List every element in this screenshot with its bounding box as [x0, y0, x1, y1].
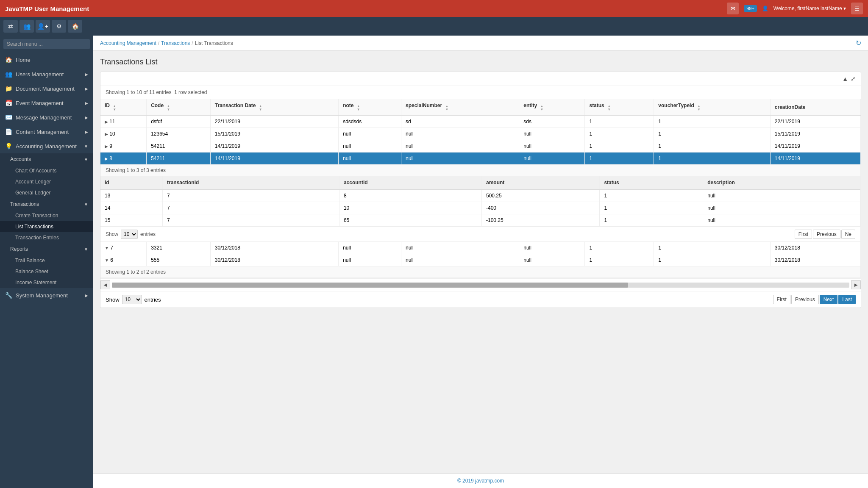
- sidebar-item-event-management[interactable]: 📅Event Management ▶: [0, 96, 93, 110]
- expand-btn-10[interactable]: ▶: [105, 132, 108, 136]
- top-nav-left: JavaTMP User Management: [5, 5, 89, 12]
- last-btn[interactable]: Last: [838, 295, 856, 304]
- chevron-down-icon3: ▼: [84, 202, 88, 207]
- sidebar-item-trail-balance[interactable]: Trail Balance: [0, 255, 93, 266]
- col-id: ID ▲▼: [100, 99, 147, 115]
- sub-table-row-8: Showing 1 to 3 of 3 entries id transacti…: [100, 165, 861, 242]
- chevron-down-icon: ▼: [84, 144, 88, 149]
- expand-btn-11[interactable]: ▶: [105, 119, 108, 124]
- expand-btn-7[interactable]: ▼: [105, 246, 109, 250]
- page-title: Transactions List: [100, 58, 861, 67]
- table-row: ▼ 6 555 30/12/2018 null null null 1 1 30…: [100, 254, 861, 266]
- wrench-icon: 🔧: [5, 292, 12, 299]
- sidebar-item-accounting-management[interactable]: 💡Accounting Management ▼: [0, 139, 93, 153]
- scroll-right-icon[interactable]: ►: [851, 280, 861, 289]
- table-row: ▶ 10 123654 15/11/2019 null null null 1 …: [100, 128, 861, 140]
- top-navbar: JavaTMP User Management ✉ 99+ 👤 Welcome,…: [0, 0, 868, 17]
- sub-table-row-6: Showing 1 to 2 of 2 entries: [100, 266, 861, 278]
- hamburger-button[interactable]: ☰: [851, 3, 863, 14]
- toolbar-settings-btn[interactable]: ⚙: [52, 20, 66, 33]
- breadcrumb-bar: Accounting Management / Transactions / L…: [93, 36, 868, 51]
- expand-btn-6[interactable]: ▼: [105, 258, 109, 263]
- footer: © 2019 javatmp.com: [93, 473, 868, 488]
- col-entity: entity ▲▼: [519, 99, 585, 115]
- expand-btn-9[interactable]: ▶: [105, 144, 108, 149]
- sidebar-item-balance-sheet[interactable]: Balance Sheet: [0, 266, 93, 277]
- chevron-down-icon4: ▼: [84, 247, 88, 252]
- sub-first-btn[interactable]: First: [795, 230, 812, 239]
- reports-submenu: Trail Balance Balance Sheet Income State…: [0, 255, 93, 288]
- sub-col-amount: amount: [482, 176, 600, 189]
- sub-show-row-8: Show 10 entries First Previous Ne: [100, 227, 860, 241]
- sidebar-item-content-management[interactable]: 📄Content Management ▶: [0, 125, 93, 139]
- expand-icon[interactable]: ⤢: [851, 75, 856, 82]
- next-btn[interactable]: Next: [820, 295, 838, 304]
- breadcrumb-current: List Transactions: [195, 40, 233, 46]
- sidebar-item-chart-of-accounts[interactable]: Chart Of Accounts: [0, 165, 93, 176]
- table-row: ▼ 7 3321 30/12/2018 null null null 1 1 3…: [100, 242, 861, 254]
- col-date: Transaction Date ▲▼: [210, 99, 338, 115]
- main-pagination: Show 102550100 entries First Previous Ne…: [100, 291, 861, 308]
- collapse-icon[interactable]: ▲: [842, 75, 848, 82]
- sub-header-row: id transactionId accountId amount status…: [100, 176, 860, 189]
- sidebar-item-reports[interactable]: Reports ▼: [0, 243, 93, 255]
- toolbar-home-btn[interactable]: ⇄: [3, 20, 18, 33]
- sub-col-status: status: [600, 176, 703, 189]
- table-card-header: ▲ ⤢: [100, 72, 861, 86]
- sub-col-transaction-id: transactionId: [163, 176, 339, 189]
- sidebar-item-create-transaction[interactable]: Create Transaction: [0, 210, 93, 221]
- top-nav-right: ✉ 99+ 👤 Welcome, firstName lastName ▾ ☰: [727, 3, 863, 14]
- chevron-right-icon5: ▶: [85, 130, 88, 134]
- sidebar-item-transaction-entries[interactable]: Transaction Entries: [0, 232, 93, 243]
- sub-col-account-id: accountId: [339, 176, 481, 189]
- table-header-row: ID ▲▼ Code ▲▼ Transaction Date ▲▼ note ▲…: [100, 99, 861, 115]
- breadcrumb-accounting[interactable]: Accounting Management: [100, 40, 156, 46]
- sidebar-item-message-management[interactable]: ✉️Message Management ▶: [0, 110, 93, 125]
- sidebar-item-account-ledger[interactable]: Account Ledger: [0, 176, 93, 187]
- sidebar-item-general-ledger[interactable]: General Ledger: [0, 187, 93, 198]
- refresh-icon[interactable]: ↻: [856, 39, 861, 47]
- sidebar-item-document-management[interactable]: 📁Document Management ▶: [0, 81, 93, 96]
- main-show-select[interactable]: 102550100: [122, 295, 142, 304]
- sub-pagination-8: First Previous Ne: [795, 230, 855, 239]
- toolbar: ⇄ 👥 👤+ ⚙ 🏠: [0, 17, 868, 36]
- breadcrumb-transactions[interactable]: Transactions: [161, 40, 190, 46]
- expand-btn-8[interactable]: ▶: [105, 156, 108, 161]
- user-greeting: Welcome, firstName lastName ▾: [773, 6, 846, 11]
- mail-button[interactable]: ✉: [727, 3, 739, 14]
- mail-badge: 99+: [744, 5, 757, 12]
- main-pagination-btns: First Previous Next Last: [773, 295, 856, 304]
- sub-table-row: 15765-100.251null: [100, 214, 860, 227]
- toolbar-add-user-btn[interactable]: 👤+: [36, 20, 50, 33]
- content-area: Accounting Management / Transactions / L…: [93, 36, 868, 488]
- sidebar-item-accounts[interactable]: Accounts ▼: [0, 153, 93, 165]
- sidebar-item-home[interactable]: 🏠Home: [0, 53, 93, 67]
- toolbar-dashboard-btn[interactable]: 🏠: [68, 20, 82, 33]
- sidebar-item-income-statement[interactable]: Income Statement: [0, 277, 93, 288]
- col-code: Code ▲▼: [147, 99, 211, 115]
- toolbar-users-btn[interactable]: 👥: [19, 20, 34, 33]
- scrollbar-row: ◄ ►: [100, 278, 861, 291]
- sidebar-item-users-management[interactable]: 👥Users Management ▶: [0, 67, 93, 81]
- sub-prev-btn[interactable]: Previous: [813, 230, 840, 239]
- scroll-left-icon[interactable]: ◄: [100, 280, 110, 289]
- calendar-icon: 📅: [5, 100, 12, 106]
- sub-show-select-8[interactable]: 10: [121, 230, 138, 239]
- table-row: ▶ 11 dsfdf 22/11/2019 sdsdsds sd sds 1 1…: [100, 115, 861, 128]
- sidebar-item-system-management[interactable]: 🔧System Management ▶: [0, 288, 93, 302]
- table-row: ▶ 9 54211 14/11/2019 null null null 1 1 …: [100, 140, 861, 152]
- transactions-table-card: ▲ ⤢ Showing 1 to 10 of 11 entries 1 row …: [100, 72, 861, 308]
- doc-icon: 📄: [5, 128, 12, 135]
- sidebar-item-transactions[interactable]: Transactions ▼: [0, 198, 93, 210]
- sub-col-id: id: [100, 176, 163, 189]
- sidebar: 🏠Home 👥Users Management ▶ 📁Document Mana…: [0, 36, 93, 488]
- search-input[interactable]: [3, 39, 90, 49]
- first-btn[interactable]: First: [773, 295, 790, 304]
- sidebar-item-list-transactions[interactable]: List Transactions: [0, 221, 93, 232]
- footer-text: © 2019 javatmp.com: [457, 478, 504, 484]
- prev-btn[interactable]: Previous: [791, 295, 819, 304]
- sub-ne-btn[interactable]: Ne: [841, 230, 855, 239]
- showing-text: Showing 1 to 10 of 11 entries 1 row sele…: [100, 86, 861, 99]
- sub-showing-8: Showing 1 to 3 of 3 entries: [100, 165, 860, 176]
- chevron-right-icon2: ▶: [85, 86, 88, 91]
